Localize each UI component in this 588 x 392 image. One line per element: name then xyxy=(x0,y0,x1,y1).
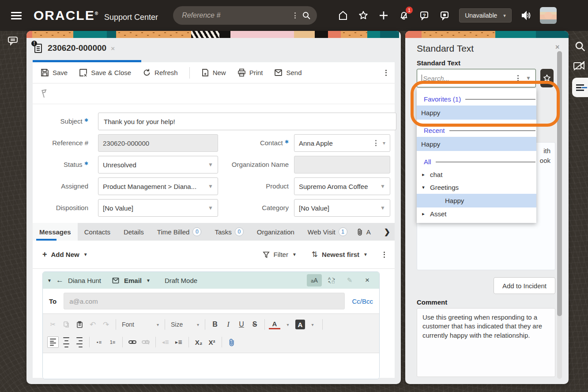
message-body-editor[interactable] xyxy=(43,353,379,379)
sidebar-chat-icon[interactable] xyxy=(6,35,19,47)
favorites-filter-star-button[interactable] xyxy=(540,69,554,87)
subscript-button[interactable]: X₂ xyxy=(193,336,204,348)
chevron-down-icon[interactable]: ▼ xyxy=(526,75,531,81)
translate-swap-icon[interactable]: A↘↖□ xyxy=(324,274,339,286)
collapse-chevron-icon[interactable]: ▼ xyxy=(47,278,52,283)
search-kebab-icon[interactable] xyxy=(517,74,519,83)
align-center-button[interactable] xyxy=(60,336,72,348)
agent-status-selector[interactable]: Unavailable ▾ xyxy=(459,8,512,23)
add-new-message-button[interactable]: + Add New ▼ xyxy=(42,250,88,259)
notifications-bell-icon[interactable]: 1 xyxy=(394,10,414,21)
add-to-incident-button[interactable]: Add to Incident xyxy=(494,277,555,294)
disposition-select[interactable]: [No Value]▼ xyxy=(98,199,218,217)
app-window: ORACLE® Support Center Reference # 1 xyxy=(0,0,588,392)
chevron-down-icon[interactable]: ▾ xyxy=(383,140,385,146)
assigned-label: Assigned xyxy=(33,182,88,190)
edge-search-icon[interactable] xyxy=(572,39,588,54)
dropdown-item-favorites-happy[interactable]: Happy xyxy=(417,106,536,120)
messages-overflow-kebab-icon[interactable] xyxy=(384,250,385,259)
text-color-button[interactable]: A xyxy=(269,320,280,329)
search-icon[interactable] xyxy=(302,11,311,20)
insert-link-icon[interactable] xyxy=(127,336,138,348)
superscript-button[interactable]: X² xyxy=(206,336,218,348)
filter-button[interactable]: Filter ▼ xyxy=(263,251,297,258)
scrollbar-thumb[interactable] xyxy=(557,51,562,316)
dropdown-item-recent-happy[interactable]: Happy xyxy=(417,137,536,151)
tree-node-chat[interactable]: ▸chat xyxy=(417,168,536,181)
print-button[interactable]: Print xyxy=(237,68,263,77)
new-button[interactable]: New xyxy=(201,68,226,77)
flag-row xyxy=(33,83,395,104)
chevron-down-icon[interactable]: ▾ xyxy=(307,319,318,330)
chevron-down-icon[interactable]: ▼ xyxy=(146,278,151,283)
tab-tasks[interactable]: Tasks0 xyxy=(208,223,250,241)
align-right-button[interactable] xyxy=(74,336,85,348)
tab-contacts[interactable]: Contacts xyxy=(78,223,117,241)
contact-options-kebab-icon[interactable] xyxy=(375,139,377,147)
font-family-select[interactable]: Font▾ xyxy=(120,321,161,328)
product-select[interactable]: Supremo Aroma Coffee▼ xyxy=(294,177,390,195)
tabs-scroll-right-icon[interactable]: ❯ xyxy=(384,227,395,237)
flag-icon[interactable] xyxy=(40,89,49,98)
help-icon[interactable]: ? xyxy=(414,10,434,21)
attach-file-icon[interactable] xyxy=(226,336,237,348)
to-input[interactable]: a@a.com xyxy=(64,293,345,309)
refresh-button[interactable]: Refresh xyxy=(143,68,178,77)
incident-tab[interactable]: ! 230620-000000 × xyxy=(33,42,115,54)
toolbar-overflow-kebab-icon[interactable] xyxy=(385,68,387,77)
tab-messages[interactable]: Messages xyxy=(33,223,78,241)
align-left-button[interactable] xyxy=(47,336,59,348)
chevron-down-icon[interactable]: ▾ xyxy=(282,319,294,330)
channel-selector[interactable]: Email xyxy=(124,277,142,284)
standard-text-search[interactable]: Search... ▼ xyxy=(417,69,536,87)
hamburger-menu-icon[interactable] xyxy=(6,10,26,21)
global-search[interactable]: Reference # xyxy=(173,6,317,25)
category-select[interactable]: [No Value]▼ xyxy=(294,199,390,217)
secure-chat-icon[interactable] xyxy=(434,10,455,21)
tab-details[interactable]: Details xyxy=(117,223,151,241)
undo-icon: ↶ xyxy=(87,319,98,330)
tab-organization[interactable]: Organization xyxy=(250,223,301,241)
assigned-select[interactable]: Product Management > Diana...▼ xyxy=(98,177,218,195)
incident-tab-close-icon[interactable]: × xyxy=(111,45,115,52)
underline-button[interactable]: U xyxy=(236,319,247,330)
collapse-arrow-icon[interactable]: ▾ xyxy=(417,185,430,190)
expand-arrow-icon[interactable]: ▸ xyxy=(417,211,430,217)
numbered-list-button[interactable]: 1≡ xyxy=(107,336,118,348)
tree-node-greetings[interactable]: ▾Greetings xyxy=(417,181,536,194)
send-button[interactable]: Send xyxy=(274,69,302,76)
tab-time-billed[interactable]: Time Billed0 xyxy=(151,223,208,241)
status-select[interactable]: Unresolved▼ xyxy=(98,156,218,173)
close-draft-icon[interactable]: × xyxy=(360,274,375,286)
subject-input[interactable] xyxy=(98,113,396,130)
italic-button[interactable]: I xyxy=(222,319,234,330)
strikethrough-button[interactable]: S xyxy=(249,319,260,330)
user-avatar[interactable] xyxy=(540,7,557,24)
font-size-toggle-button[interactable]: aA xyxy=(307,274,322,286)
favorites-star-icon[interactable] xyxy=(353,10,373,21)
bullet-list-button[interactable]: •≡ xyxy=(94,336,105,348)
standard-text-panel-toggle[interactable] xyxy=(572,78,588,97)
search-options-kebab-icon[interactable] xyxy=(294,11,296,20)
panel-close-icon[interactable]: × xyxy=(555,43,559,51)
volume-icon[interactable] xyxy=(516,10,536,21)
add-new-icon[interactable] xyxy=(373,10,394,21)
panel-scrollbar[interactable] xyxy=(557,51,562,379)
save-button[interactable]: Save xyxy=(41,68,68,77)
paste-icon[interactable] xyxy=(74,319,85,330)
contact-select[interactable]: Anna Apple ▾ xyxy=(294,134,390,152)
cc-bcc-link[interactable]: Cc/Bcc xyxy=(352,298,373,305)
font-size-select[interactable]: Size▾ xyxy=(169,321,201,328)
sort-order-button[interactable]: ⇅ Newest first ▼ xyxy=(312,250,368,259)
tree-node-happy-selected[interactable]: Happy xyxy=(417,194,536,207)
tab-attachments[interactable]: A xyxy=(354,223,373,241)
indent-icon[interactable]: ▸≣ xyxy=(173,336,185,348)
home-icon[interactable] xyxy=(333,10,353,21)
bold-button[interactable]: B xyxy=(209,319,221,330)
save-and-close-button[interactable]: Save & Close xyxy=(79,68,131,77)
video-off-icon[interactable] xyxy=(570,57,588,74)
tree-node-asset[interactable]: ▸Asset xyxy=(417,207,536,220)
background-color-button[interactable]: A xyxy=(295,320,305,329)
tab-web-visit[interactable]: Web Visit1 xyxy=(301,223,354,241)
expand-arrow-icon[interactable]: ▸ xyxy=(417,172,430,177)
